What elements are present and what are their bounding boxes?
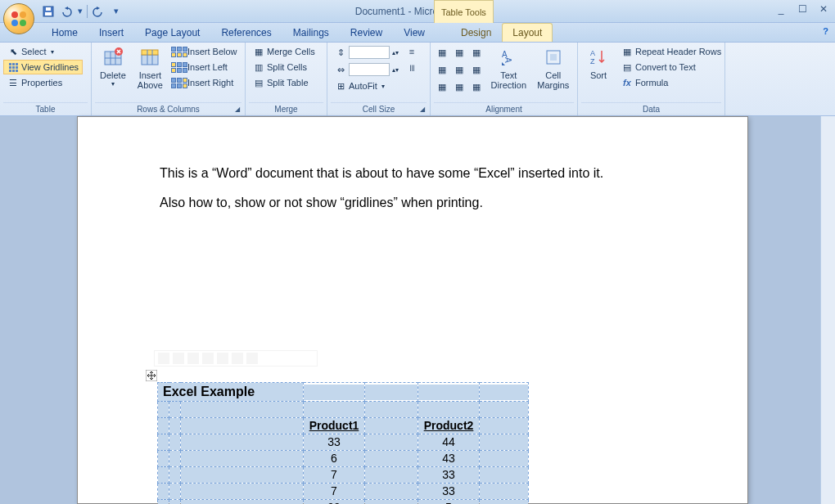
select-button[interactable]: ⬉Select▾	[3, 44, 83, 59]
cell-margins-icon	[542, 46, 565, 69]
restore-button[interactable]: ☐	[796, 3, 809, 15]
vertical-scrollbar[interactable]	[820, 116, 835, 504]
view-gridlines-button[interactable]: View Gridlines	[3, 60, 83, 74]
properties-icon: ☰	[7, 77, 19, 88]
highlight-icon[interactable]	[217, 353, 228, 364]
tab-review[interactable]: Review	[340, 23, 393, 42]
autofit-button[interactable]: ⊞AutoFit▾	[331, 79, 403, 93]
convert-text-label: Convert to Text	[635, 62, 696, 72]
group-label: Data	[581, 102, 721, 115]
align-tc-button[interactable]: ▦	[451, 44, 467, 61]
align-icon[interactable]	[187, 353, 199, 364]
insert-above-button[interactable]: Insert Above	[133, 44, 168, 92]
group-merge: ▦Merge Cells ▥Split Cells ▤Split Table M…	[246, 43, 327, 115]
align-tr-button[interactable]: ▦	[468, 44, 485, 61]
insert-below-button[interactable]: Insert Below	[169, 44, 241, 59]
align-mc-button[interactable]: ▦	[451, 61, 467, 78]
group-cell-size: ⇕▴▾ ⇔▴▾ ⊞AutoFit▾ ≡ ⫼ Cell Size ◢	[327, 43, 431, 115]
insert-below-icon	[174, 46, 185, 57]
row-height-input[interactable]: ⇕▴▾	[331, 44, 403, 61]
title-bar: ▾ ▾ Document1 - Microsoft Word Table Too…	[0, 0, 835, 23]
tab-mailings[interactable]: Mailings	[282, 23, 340, 42]
svg-point-0	[11, 11, 18, 18]
tab-view[interactable]: View	[393, 23, 436, 42]
bold-icon[interactable]	[158, 353, 169, 364]
group-label: Cell Size	[331, 102, 427, 115]
height-icon: ⇕	[335, 47, 346, 58]
autofit-icon: ⊞	[335, 80, 346, 92]
formula-icon: fx	[621, 77, 633, 88]
align-br-button[interactable]: ▦	[468, 79, 485, 95]
delete-button[interactable]: Delete▾	[95, 44, 131, 89]
tab-page-layout[interactable]: Page Layout	[134, 23, 210, 42]
properties-button[interactable]: ☰Properties	[3, 75, 83, 90]
merge-cells-button[interactable]: ▦Merge Cells	[249, 44, 319, 59]
align-bl-icon: ▦	[436, 81, 448, 92]
align-mr-button[interactable]: ▦	[468, 61, 485, 78]
align-mc-icon: ▦	[454, 64, 465, 75]
autofit-label: AutoFit	[349, 81, 377, 91]
width-icon: ⇔	[335, 64, 346, 75]
office-button[interactable]	[3, 3, 36, 36]
insert-above-label: Insert Above	[138, 70, 163, 90]
insert-right-button[interactable]: Insert Right	[169, 75, 241, 90]
align-tl-button[interactable]: ▦	[434, 44, 450, 61]
distribute-cols-button[interactable]: ⫼	[404, 60, 419, 74]
insert-left-button[interactable]: Insert Left	[169, 60, 241, 74]
ribbon: ⬉Select▾ View Gridlines ☰Properties Tabl…	[0, 43, 835, 116]
split-table-label: Split Table	[267, 78, 309, 88]
align-mr-icon: ▦	[471, 64, 482, 75]
formula-label: Formula	[635, 78, 668, 88]
close-button[interactable]: ✕	[817, 3, 830, 15]
align-ml-icon: ▦	[436, 64, 448, 75]
distribute-rows-button[interactable]: ≡	[404, 44, 419, 59]
undo-icon[interactable]	[59, 4, 74, 19]
tab-design[interactable]: Design	[450, 23, 502, 42]
save-icon[interactable]	[41, 4, 56, 19]
group-label: Rows & Columns	[95, 102, 241, 115]
table-move-handle[interactable]	[146, 370, 157, 381]
align-bc-button[interactable]: ▦	[451, 79, 467, 95]
help-icon[interactable]: ?	[823, 26, 828, 36]
delete-icon	[102, 46, 124, 69]
font-color-icon[interactable]	[202, 353, 214, 364]
group-rows-columns: Delete▾ Insert Above Insert Below Insert…	[92, 43, 246, 115]
split-table-button[interactable]: ▤Split Table	[249, 75, 319, 90]
repeat-header-button[interactable]: ▦Repeat Header Rows	[617, 44, 725, 59]
italic-icon[interactable]	[173, 353, 184, 364]
mini-toolbar[interactable]	[154, 350, 318, 367]
sort-button[interactable]: AZSort	[581, 44, 616, 82]
paragraph-1[interactable]: This is a “Word” document that is about …	[160, 166, 666, 181]
tab-insert[interactable]: Insert	[88, 23, 134, 42]
excel-embedded-table[interactable]: Excel ExampleProduct1Product233446437337…	[157, 382, 529, 504]
tab-layout[interactable]: Layout	[502, 23, 553, 42]
indent-icon[interactable]	[232, 353, 243, 364]
convert-text-button[interactable]: ▤Convert to Text	[617, 60, 725, 74]
sort-label: Sort	[590, 70, 607, 80]
paragraph-2[interactable]: Also how to, show or not show “gridlines…	[160, 196, 666, 210]
svg-rect-6	[46, 7, 51, 11]
svg-point-3	[20, 20, 26, 26]
minimize-button[interactable]: _	[774, 3, 788, 15]
dialog-launcher-icon[interactable]: ◢	[235, 106, 243, 114]
col-width-input[interactable]: ⇔▴▾	[331, 61, 403, 78]
insert-left-label: Insert Left	[187, 62, 228, 72]
tab-references[interactable]: References	[210, 23, 282, 42]
text-direction-button[interactable]: AAText Direction	[486, 44, 531, 92]
split-cells-button[interactable]: ▥Split Cells	[249, 60, 319, 74]
repeat-header-label: Repeat Header Rows	[635, 47, 721, 56]
qat-dropdown-icon[interactable]: ▾	[77, 4, 84, 19]
document-area: This is a “Word” document that is about …	[0, 116, 835, 504]
list-icon[interactable]	[246, 353, 258, 364]
formula-button[interactable]: fxFormula	[617, 75, 725, 90]
align-tl-icon: ▦	[436, 47, 448, 58]
align-ml-button[interactable]: ▦	[434, 61, 450, 78]
qat-customize-icon[interactable]: ▾	[109, 4, 124, 19]
redo-icon[interactable]	[91, 4, 106, 19]
cell-margins-button[interactable]: Cell Margins	[533, 44, 574, 92]
dialog-launcher-icon[interactable]: ◢	[420, 106, 428, 114]
tab-home[interactable]: Home	[41, 23, 88, 42]
svg-text:A: A	[503, 57, 512, 63]
align-bl-button[interactable]: ▦	[434, 79, 450, 95]
insert-left-icon	[174, 61, 185, 73]
